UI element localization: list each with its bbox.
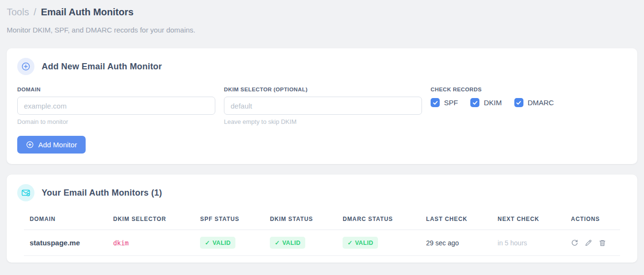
dkim-selector-input[interactable] — [224, 97, 422, 115]
col-header-dkim-selector: DKIM SELECTOR — [107, 210, 194, 230]
col-header-spf-status: SPF STATUS — [194, 210, 264, 230]
checkbox-spf[interactable]: SPF — [431, 98, 458, 107]
col-header-dkim-status: DKIM STATUS — [264, 210, 337, 230]
col-header-dmarc-status: DMARC STATUS — [337, 210, 420, 230]
col-header-next-check: NEXT CHECK — [492, 210, 565, 230]
check-records-group: CHECK RECORDS SPF DKIM — [431, 87, 554, 107]
check-glyph: ✓ — [347, 239, 353, 246]
add-monitor-card-header: Add New Email Auth Monitor — [17, 58, 627, 75]
spf-status-badge: ✓ VALID — [200, 237, 235, 249]
table-header-row: DOMAIN DKIM SELECTOR SPF STATUS DKIM STA… — [24, 210, 620, 230]
pencil-icon[interactable] — [585, 239, 592, 247]
add-monitor-card: Add New Email Auth Monitor DOMAIN Domain… — [7, 48, 637, 164]
spf-status-label: VALID — [212, 240, 231, 246]
checkbox-checked-icon[interactable] — [470, 98, 479, 107]
trash-icon[interactable] — [599, 239, 606, 247]
row-actions — [571, 239, 614, 247]
dmarc-status-label: VALID — [355, 240, 373, 246]
dkim-status-badge: ✓ VALID — [270, 237, 305, 249]
col-header-actions: ACTIONS — [565, 210, 620, 230]
checkbox-spf-label: SPF — [444, 99, 458, 107]
monitor-dkim-selector: dkim — [113, 239, 129, 247]
email-auth-monitors-page: Tools / Email Auth Monitors Monitor DKIM… — [0, 0, 644, 263]
table-row: statuspage.me dkim ✓ VALID ✓ VALID — [24, 230, 620, 256]
checkbox-dkim[interactable]: DKIM — [470, 98, 502, 107]
monitor-last-check: 29 sec ago — [426, 239, 459, 247]
checkbox-checked-icon[interactable] — [431, 98, 440, 107]
domain-field-group: DOMAIN Domain to monitor — [17, 87, 215, 125]
check-glyph: ✓ — [205, 239, 210, 246]
dkim-selector-field-group: DKIM SELECTOR (OPTIONAL) Leave empty to … — [224, 87, 422, 125]
page-subtitle: Monitor DKIM, SPF, and DMARC records for… — [7, 26, 637, 34]
dkim-status-label: VALID — [282, 240, 300, 246]
monitors-table: DOMAIN DKIM SELECTOR SPF STATUS DKIM STA… — [24, 210, 620, 256]
check-records-label: CHECK RECORDS — [431, 87, 554, 92]
add-monitor-form: DOMAIN Domain to monitor DKIM SELECTOR (… — [17, 87, 627, 125]
circle-plus-icon — [17, 58, 34, 75]
dmarc-status-badge: ✓ VALID — [343, 237, 378, 249]
breadcrumb: Tools / Email Auth Monitors — [7, 6, 637, 18]
monitor-next-check: in 5 hours — [498, 239, 527, 247]
breadcrumb-separator: / — [33, 7, 36, 17]
checkbox-dkim-label: DKIM — [484, 99, 502, 107]
check-glyph: ✓ — [275, 239, 280, 246]
monitor-domain: statuspage.me — [30, 239, 80, 247]
check-records-row: SPF DKIM DMARC — [431, 98, 554, 107]
domain-field-hint: Domain to monitor — [17, 118, 215, 125]
monitors-card-title: Your Email Auth Monitors (1) — [42, 188, 162, 198]
domain-field-label: DOMAIN — [17, 87, 215, 92]
breadcrumb-tools-link[interactable]: Tools — [7, 7, 29, 17]
checkbox-checked-icon[interactable] — [514, 98, 523, 107]
checkbox-dmarc[interactable]: DMARC — [514, 98, 554, 107]
add-monitor-card-title: Add New Email Auth Monitor — [42, 62, 162, 72]
checkbox-dmarc-label: DMARC — [528, 99, 554, 107]
circle-plus-icon — [26, 141, 34, 149]
refresh-icon[interactable] — [571, 239, 578, 247]
monitors-table-wrap: DOMAIN DKIM SELECTOR SPF STATUS DKIM STA… — [17, 210, 627, 256]
envelope-check-icon — [17, 184, 34, 201]
col-header-last-check: LAST CHECK — [421, 210, 492, 230]
domain-input[interactable] — [17, 97, 215, 115]
page-title: Email Auth Monitors — [41, 7, 133, 17]
monitors-card-header: Your Email Auth Monitors (1) — [17, 184, 627, 201]
add-monitor-button[interactable]: Add Monitor — [17, 136, 86, 154]
dkim-selector-field-label: DKIM SELECTOR (OPTIONAL) — [224, 87, 422, 92]
dkim-selector-field-hint: Leave empty to skip DKIM — [224, 118, 422, 125]
add-monitor-button-label: Add Monitor — [38, 141, 77, 149]
col-header-domain: DOMAIN — [24, 210, 107, 230]
monitors-list-card: Your Email Auth Monitors (1) DOMAIN DKIM… — [7, 175, 637, 263]
